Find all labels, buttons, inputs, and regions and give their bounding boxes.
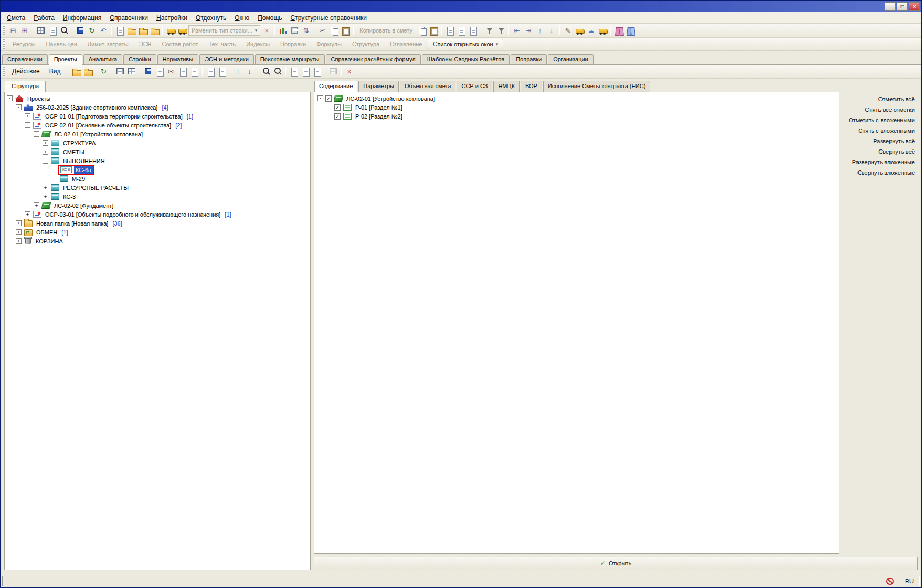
methodics-pink-icon[interactable]: [613, 25, 624, 36]
menu-item-6[interactable]: Окно: [230, 13, 253, 23]
expertise-icon[interactable]: [205, 66, 216, 77]
open-folder-icon[interactable]: [82, 66, 93, 77]
menu-item-2[interactable]: Информация: [59, 13, 105, 23]
refresh-icon[interactable]: ↻: [99, 66, 109, 77]
content-tab-6[interactable]: Исполнение Сметы контракта (ЕИС): [543, 81, 650, 92]
tree-item[interactable]: -Проекты: [6, 94, 310, 103]
create-folder-icon[interactable]: [126, 25, 136, 36]
tree-item[interactable]: +КОРЗИНА: [6, 237, 310, 245]
workspace-tab-9[interactable]: Поправки: [511, 54, 547, 64]
refresh-icon[interactable]: ↻: [87, 25, 97, 36]
workspace-tab-4[interactable]: Нормативы: [157, 54, 199, 64]
menu-item-7[interactable]: Помощь: [253, 13, 286, 23]
estimate-sheet-icon[interactable]: [36, 25, 46, 36]
transport-icon[interactable]: [574, 25, 585, 36]
tree-item[interactable]: -✓ЛС-02-01 [Устройство котлована]: [316, 94, 839, 103]
tree-item[interactable]: -256-02-2025 [Здание спортивного комплек…: [6, 103, 310, 112]
toolbar-grip[interactable]: [3, 67, 5, 76]
price-doc-icon[interactable]: [456, 25, 467, 36]
edit-folder-icon[interactable]: [137, 25, 148, 36]
sort-ascending-icon[interactable]: ↑: [535, 25, 545, 36]
side-button-3[interactable]: Снять с вложенными: [857, 127, 916, 134]
close-view-icon[interactable]: ×: [344, 66, 355, 77]
paste-icon[interactable]: [340, 25, 351, 36]
toolbar-grip[interactable]: [3, 39, 5, 49]
overheads-icon[interactable]: ☁: [586, 25, 596, 36]
move-up-icon[interactable]: ↑: [233, 66, 243, 77]
doc-sign-icon[interactable]: [300, 66, 311, 77]
collapse-toggle-icon[interactable]: -: [34, 131, 39, 137]
check-document-icon[interactable]: [217, 66, 227, 77]
content-tab-3[interactable]: ССР и СЗ: [457, 81, 492, 92]
methodics-blue-icon[interactable]: [625, 25, 635, 36]
undo-icon[interactable]: ↶: [98, 25, 109, 36]
paste-special-icon[interactable]: [428, 25, 439, 36]
totals-icon[interactable]: [278, 25, 288, 36]
insert-rows-icon[interactable]: ⊟: [8, 25, 18, 36]
expand-toggle-icon[interactable]: +: [25, 211, 30, 217]
tree-item[interactable]: +СМЕТЫ: [6, 147, 310, 156]
tree-item[interactable]: +ЛС-02-02 [Фундамент]: [6, 201, 310, 210]
menu-item-3[interactable]: Справочники: [105, 13, 152, 23]
recalculate-icon[interactable]: ⇅: [301, 25, 311, 36]
workspace-tab-1[interactable]: Проекты: [49, 54, 82, 65]
open-windows-list[interactable]: Список открытых окон▾: [428, 39, 503, 49]
tree-item[interactable]: +КС-3: [6, 192, 310, 201]
menu-item-4[interactable]: Настройки: [152, 13, 192, 23]
side-button-7[interactable]: Свернуть вложенные: [856, 169, 916, 176]
search-icon[interactable]: [59, 25, 69, 36]
import-document-icon[interactable]: [177, 66, 188, 77]
side-button-1[interactable]: Снять все отметки: [864, 106, 916, 113]
tree-item[interactable]: +РЕСУРСНЫЕ РАСЧЕТЫ: [6, 183, 310, 192]
collapse-toggle-icon[interactable]: -: [16, 104, 22, 110]
export-estimate-icon[interactable]: [189, 66, 199, 77]
tree-item[interactable]: +Новая папка [Новая папка][36]: [6, 219, 310, 228]
delete-row-icon[interactable]: ×: [261, 25, 272, 36]
expand-toggle-icon[interactable]: +: [16, 220, 22, 226]
tree-item[interactable]: -ОСР-02-01 [Основные объекты строительст…: [6, 121, 310, 130]
menu-item-8[interactable]: Структурные справочники: [287, 13, 372, 23]
collapse-toggle-icon[interactable]: -: [317, 95, 323, 101]
compare-icon[interactable]: [328, 66, 338, 77]
view-details-icon[interactable]: [126, 66, 137, 77]
doc-params-icon[interactable]: [312, 66, 322, 77]
workspace-tab-3[interactable]: Стройки: [123, 54, 156, 64]
workspace-tab-8[interactable]: Шаблоны Сводных Расчётов: [422, 54, 510, 64]
find-next-icon[interactable]: [272, 66, 283, 77]
tree-item[interactable]: +ОБМЕН[1]: [6, 228, 310, 237]
collapse-toggle-icon[interactable]: -: [43, 158, 48, 164]
new-folder-icon[interactable]: [71, 66, 81, 77]
tree-item[interactable]: М-29: [6, 174, 310, 183]
action-menu-1[interactable]: Вид: [45, 66, 65, 77]
side-button-4[interactable]: Развернуть всё: [872, 137, 916, 145]
workspace-tab-2[interactable]: Аналитика: [83, 54, 122, 64]
expand-toggle-icon[interactable]: +: [43, 185, 48, 190]
keyboard-layout[interactable]: RU: [899, 576, 920, 586]
ks-form-icon[interactable]: [47, 25, 58, 36]
send-mail-icon[interactable]: ✉: [166, 66, 176, 77]
tree-item[interactable]: ✓Р-02 [Раздел №2]: [316, 112, 839, 121]
machines-icon[interactable]: [177, 25, 187, 36]
filter-settings-icon[interactable]: [495, 25, 506, 36]
signature-icon[interactable]: ✎: [563, 25, 573, 36]
minimize-button[interactable]: _: [885, 2, 896, 11]
copy-special-icon[interactable]: [417, 25, 427, 36]
tree-item[interactable]: КС-6КС-6а: [6, 165, 310, 174]
pack-document-icon[interactable]: [154, 66, 165, 77]
item-checkbox[interactable]: ✓: [325, 95, 332, 102]
view-table-icon[interactable]: [115, 66, 125, 77]
expand-toggle-icon[interactable]: +: [43, 194, 48, 199]
side-button-6[interactable]: Развернуть вложенные: [851, 158, 916, 166]
menu-item-5[interactable]: Отдохнуть: [192, 13, 230, 23]
content-tab-1[interactable]: Параметры: [358, 81, 399, 92]
menu-item-0[interactable]: Смета: [3, 13, 29, 23]
cut-icon[interactable]: ✂: [317, 25, 327, 36]
expand-toggle-icon[interactable]: +: [34, 202, 39, 208]
tree-item[interactable]: +ОСР-01-01 [Подготовка территории строит…: [6, 112, 310, 121]
resource-doc-icon[interactable]: [444, 25, 455, 36]
tree-item[interactable]: ✓Р-01 [Раздел №1]: [316, 103, 839, 112]
folder-properties-icon[interactable]: [149, 25, 160, 36]
content-tab-2[interactable]: Объектная смета: [400, 81, 456, 92]
expand-toggle-icon[interactable]: +: [16, 238, 22, 244]
tree-item[interactable]: +СТРУКТУРА: [6, 138, 310, 147]
